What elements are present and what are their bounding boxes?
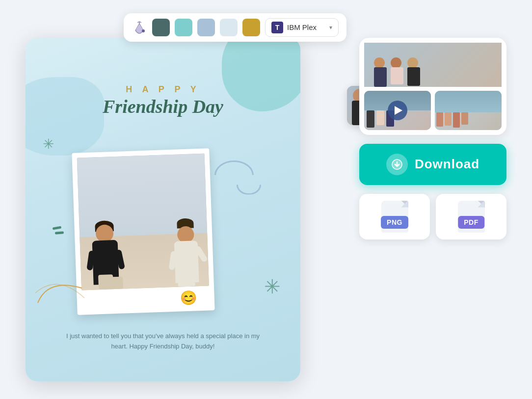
- snowflake-left-icon: ✳: [43, 136, 54, 152]
- smiley-icon: 😊: [180, 290, 197, 306]
- play-button-overlay[interactable]: [388, 101, 407, 120]
- color-swatch-5[interactable]: [242, 19, 260, 36]
- chevron-down-icon: ▾: [329, 24, 332, 31]
- download-button[interactable]: Download: [359, 144, 506, 185]
- color-swatch-4[interactable]: [220, 19, 238, 36]
- color-swatch-1[interactable]: [152, 19, 170, 36]
- gallery-thumb-right[interactable]: [435, 91, 502, 130]
- png-badge: PNG: [381, 216, 408, 229]
- photo-background: [77, 153, 209, 290]
- dash-decorations: [53, 224, 64, 237]
- design-card: H A P P Y Friendship Day ✳ ♥: [26, 38, 300, 381]
- png-format-button[interactable]: PNG: [359, 194, 430, 239]
- friendship-day-text: Friendship Day: [26, 96, 300, 117]
- svg-point-0: [142, 29, 145, 32]
- pdf-badge: PDF: [458, 216, 484, 229]
- polaroid-photo: [77, 153, 209, 290]
- figure-left: [91, 216, 119, 290]
- card-bottom-text: I just wanted to tell you that you've al…: [26, 331, 300, 352]
- blue-swirl-2: [237, 175, 261, 195]
- main-container: T IBM Plex ▾ H A P P Y Friendship Day ✳ …: [26, 13, 506, 386]
- play-triangle-icon: [395, 106, 402, 115]
- gallery-thumb-top[interactable]: [364, 43, 502, 87]
- color-swatch-3[interactable]: [197, 19, 215, 36]
- download-icon-wrapper: [386, 154, 408, 175]
- pdf-format-button[interactable]: PDF: [436, 194, 506, 239]
- download-label: Download: [415, 157, 479, 172]
- font-t-icon: T: [271, 22, 283, 33]
- polaroid-frame: 😊: [72, 148, 214, 315]
- snowflake-bottom-icon: ✳: [264, 275, 281, 298]
- gallery-panel: [359, 38, 506, 135]
- figure-right: [173, 218, 199, 287]
- download-arrow-icon: [391, 158, 403, 171]
- happy-text: H A P P Y: [26, 84, 300, 95]
- file-formats-row: PNG PDF: [359, 194, 506, 239]
- gallery-middle-row: [364, 91, 502, 130]
- gallery-thumb-play[interactable]: [364, 91, 431, 130]
- font-selector[interactable]: T IBM Plex ▾: [265, 18, 339, 37]
- color-swatch-2[interactable]: [175, 19, 192, 36]
- color-toolbar: T IBM Plex ▾: [124, 13, 346, 42]
- paint-bucket-icon[interactable]: [132, 20, 147, 35]
- font-name-label: IBM Plex: [287, 23, 325, 31]
- orange-curve-decoration: [33, 278, 87, 305]
- right-panel: Download PNG: [359, 38, 506, 239]
